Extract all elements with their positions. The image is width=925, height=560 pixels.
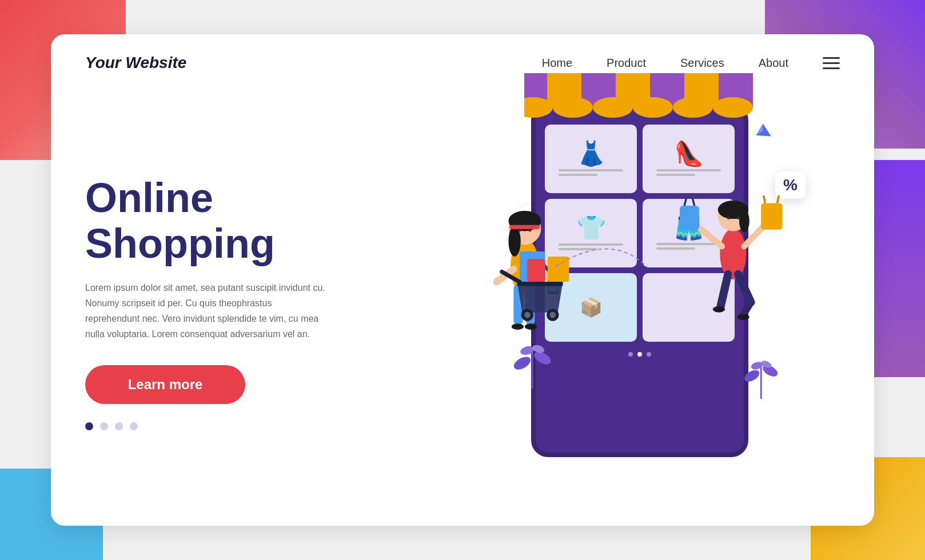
line-2 — [559, 174, 597, 176]
hero-description: Lorem ipsum dolor sit amet, sea putant s… — [85, 280, 325, 342]
nav-item-about[interactable]: About — [759, 57, 788, 70]
grid-item-lines-4 — [656, 243, 721, 250]
nav-item-product[interactable]: Product — [607, 57, 646, 70]
svg-point-14 — [713, 97, 753, 118]
hero-left: Online Shopping Lorem ipsum dolor sit am… — [85, 91, 382, 503]
phone-mockup: 👗 👠 — [531, 103, 748, 457]
bg-decoration-mid-right — [874, 160, 925, 377]
line-1 — [559, 169, 623, 171]
svg-point-10 — [553, 97, 593, 118]
phone-dot-3[interactable] — [647, 352, 651, 357]
line-4 — [656, 174, 695, 176]
main-card: Your Website Home Product Services About — [51, 34, 874, 526]
grid-item-lines-3 — [559, 243, 623, 250]
product-grid: 👗 👠 — [536, 113, 744, 347]
phone-awning — [524, 73, 755, 119]
nav-item-home[interactable]: Home — [542, 57, 572, 70]
svg-point-30 — [518, 229, 521, 231]
line-7 — [656, 243, 721, 245]
paper-plane-right-icon — [754, 123, 775, 145]
learn-more-button[interactable]: Learn more — [85, 365, 245, 404]
svg-point-13 — [673, 97, 713, 118]
dot-2[interactable] — [100, 422, 108, 430]
hero-title: Online Shopping — [85, 175, 382, 266]
svg-point-23 — [750, 361, 764, 371]
svg-point-22 — [761, 363, 780, 379]
svg-point-34 — [512, 323, 524, 330]
grid-item-shorts: 🩳 — [643, 199, 735, 267]
grid-item-5: 📦 — [545, 273, 637, 342]
grid-item-lines-1 — [559, 169, 623, 176]
site-logo: Your Website — [85, 54, 542, 72]
hamburger-line-3 — [823, 67, 840, 69]
hero-illustration: ♥ % — [382, 91, 840, 503]
nav-link-product[interactable]: Product — [607, 57, 646, 69]
percent-badge: % — [775, 171, 806, 199]
hamburger-menu[interactable] — [823, 57, 840, 69]
carousel-dots — [85, 422, 382, 430]
dot-3[interactable] — [115, 422, 123, 430]
line-8 — [656, 247, 695, 250]
svg-line-44 — [502, 272, 520, 282]
line-3 — [656, 169, 721, 171]
grid-item-shirt: 👕 — [545, 199, 637, 267]
svg-point-47 — [524, 312, 531, 318]
hamburger-line-1 — [823, 57, 840, 59]
line-5 — [559, 243, 623, 246]
svg-point-12 — [633, 97, 673, 118]
grid-item-heel: 👠 — [643, 125, 735, 193]
phone-carousel-dots — [536, 347, 744, 361]
percent-icon: % — [783, 176, 798, 194]
grid-item-lines-2 — [656, 169, 721, 176]
dot-1[interactable] — [85, 422, 93, 430]
hero-title-line1: Online — [85, 175, 213, 221]
nav-link-services[interactable]: Services — [680, 57, 724, 69]
dot-4[interactable] — [130, 422, 138, 430]
nav-link-home[interactable]: Home — [542, 57, 572, 69]
svg-rect-65 — [761, 203, 782, 230]
nav-links: Home Product Services About — [542, 57, 788, 70]
svg-point-24 — [760, 359, 772, 369]
phone-dot-2[interactable] — [637, 352, 642, 357]
nav-item-services[interactable]: Services — [680, 57, 724, 70]
svg-line-39 — [497, 269, 513, 282]
phone-dot-1[interactable] — [628, 352, 633, 357]
nav-link-about[interactable]: About — [759, 57, 788, 69]
svg-point-28 — [508, 226, 520, 257]
svg-point-16 — [512, 354, 533, 372]
hamburger-line-2 — [823, 62, 840, 64]
grid-item-6 — [643, 273, 735, 342]
svg-point-11 — [593, 97, 633, 118]
svg-rect-32 — [513, 285, 523, 325]
line-6 — [559, 248, 597, 250]
hero-title-line2: Shopping — [85, 221, 275, 266]
main-content: Online Shopping Lorem ipsum dolor sit am… — [51, 91, 874, 526]
svg-line-66 — [764, 195, 765, 203]
grid-item-dress: 👗 — [545, 125, 637, 193]
